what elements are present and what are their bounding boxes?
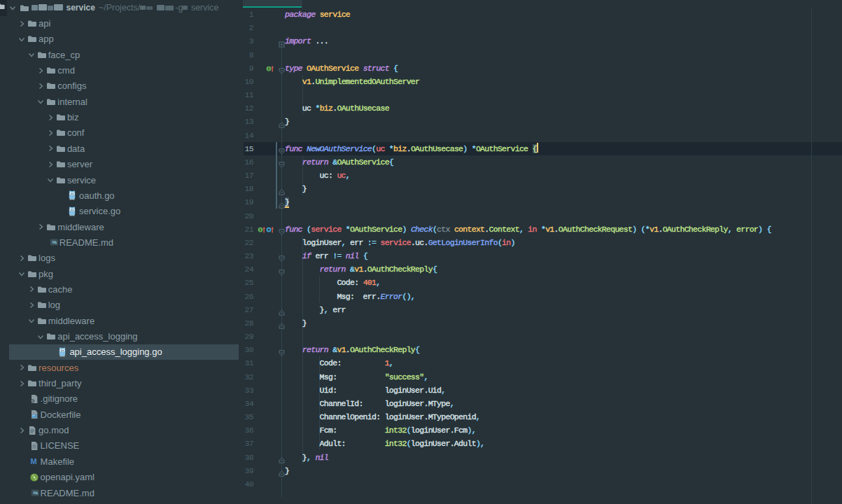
svg-text:M: M — [33, 490, 36, 495]
svg-text:M: M — [30, 457, 36, 465]
svg-text:M: M — [52, 240, 55, 245]
